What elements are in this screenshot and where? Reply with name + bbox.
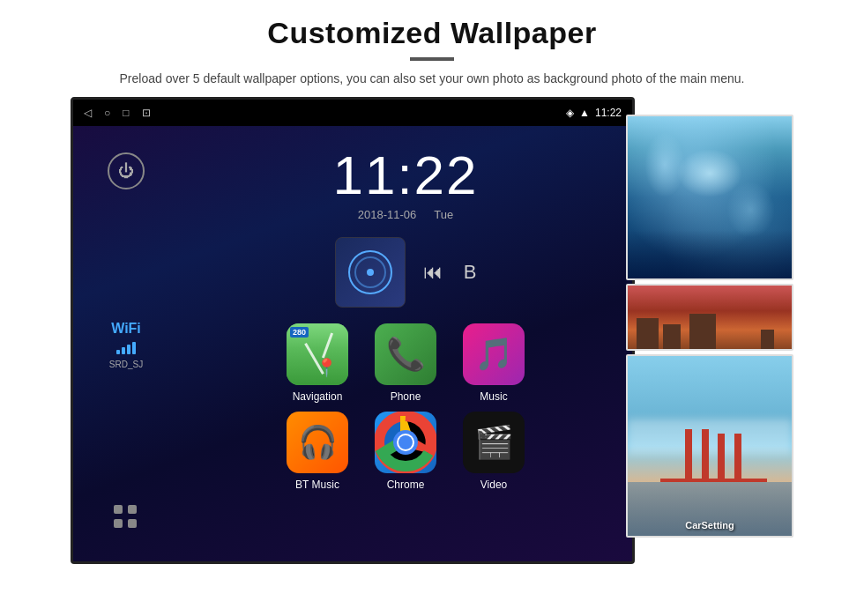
- phone-label: Phone: [391, 390, 421, 403]
- widget-area: ⏮ B: [335, 237, 477, 308]
- status-bar: ◁ ○ □ ⊡ ◈ ▲ 11:22: [73, 100, 632, 126]
- golden-gate-preview: CarSetting: [626, 354, 793, 538]
- date-right: Tue: [434, 208, 453, 221]
- radio-signal-icon: [348, 250, 392, 294]
- screens-container: ◁ ○ □ ⊡ ◈ ▲ 11:22 ⏻ WiFi: [71, 97, 793, 564]
- navigation-label: Navigation: [293, 390, 343, 403]
- signal-bar-4: [132, 342, 136, 354]
- wifi-ssid: SRD_SJ: [109, 360, 143, 369]
- location-icon: ◈: [566, 107, 574, 119]
- bridge-tower-left: [685, 429, 692, 482]
- app-item-music[interactable]: 🎵 Music: [454, 323, 533, 403]
- nav-buttons: ◁ ○ □ ⊡: [84, 107, 151, 119]
- title-divider: [410, 57, 454, 61]
- back-icon[interactable]: ◁: [84, 107, 92, 119]
- wifi-widget: WiFi SRD_SJ: [109, 321, 143, 369]
- red-wallpaper-preview: [626, 284, 793, 351]
- wifi-bars: [116, 342, 136, 354]
- clock-time: 11:22: [332, 144, 478, 206]
- power-button[interactable]: ⏻: [108, 152, 145, 189]
- apps-grid-icon[interactable]: [108, 500, 144, 535]
- bt-music-label: BT Music: [295, 479, 339, 491]
- clock-status: 11:22: [595, 107, 622, 119]
- ice-cave-preview: [626, 115, 793, 280]
- navigation-icon: 280 📍: [287, 323, 348, 385]
- date-left: 2018-11-06: [358, 208, 417, 221]
- android-screen: ◁ ○ □ ⊡ ◈ ▲ 11:22 ⏻ WiFi: [71, 97, 635, 564]
- building-4: [761, 330, 774, 349]
- prev-track-icon[interactable]: ⏮: [423, 261, 443, 284]
- chrome-icon: [375, 412, 436, 473]
- music-icon: 🎵: [463, 323, 525, 385]
- carsetting-label: CarSetting: [628, 520, 792, 531]
- clock-section: 11:22 2018-11-06 Tue: [332, 126, 478, 230]
- wallpaper-previews: CarSetting: [626, 115, 793, 538]
- signal-bar-2: [122, 347, 125, 354]
- bridge-tower-right: [702, 429, 709, 482]
- app-item-navigation[interactable]: 280 📍 Navigation: [278, 323, 357, 403]
- status-icons: ◈ ▲ 11:22: [566, 107, 622, 119]
- phone-icon: 📞: [375, 323, 436, 385]
- bridge-tower-far-right: [734, 434, 741, 482]
- main-content: ⏻ WiFi SRD_SJ: [73, 126, 632, 561]
- fog-layer: [628, 419, 792, 455]
- chrome-label: Chrome: [387, 479, 425, 491]
- screenshot-icon[interactable]: ⊡: [142, 107, 151, 119]
- page-title: Customized Wallpaper: [71, 16, 793, 50]
- app-item-chrome[interactable]: Chrome: [366, 412, 445, 491]
- home-icon[interactable]: ○: [104, 107, 110, 119]
- dot-4: [128, 519, 137, 528]
- clock-date: 2018-11-06 Tue: [332, 208, 478, 221]
- bridge-tower-far-left: [718, 434, 725, 482]
- app-item-bt-music[interactable]: 🎧 BT Music: [278, 412, 357, 491]
- bt-music-icon: 🎧: [287, 412, 348, 473]
- dot-3: [114, 519, 123, 528]
- sidebar: ⏻ WiFi SRD_SJ: [73, 126, 179, 561]
- building-2: [663, 324, 681, 349]
- signal-bar-3: [127, 345, 130, 354]
- media-controls: ⏮ B: [423, 261, 477, 284]
- music-label: Music: [480, 390, 507, 403]
- ice-shadow: [628, 230, 792, 278]
- dot-2: [128, 505, 137, 514]
- next-track-icon[interactable]: B: [464, 261, 477, 284]
- app-item-video[interactable]: 🎬 Video: [454, 412, 533, 491]
- dot-1: [114, 505, 123, 514]
- chrome-svg: [375, 412, 436, 473]
- svg-point-4: [398, 435, 413, 449]
- video-icon: 🎬: [463, 412, 525, 473]
- wifi-label: WiFi: [111, 321, 141, 337]
- page-wrapper: Customized Wallpaper Preload over 5 defa…: [0, 0, 864, 564]
- map-badge: 280: [290, 327, 309, 338]
- app-item-phone[interactable]: 📞 Phone: [366, 323, 445, 403]
- page-subtitle: Preload over 5 default wallpaper options…: [71, 70, 793, 88]
- page-header: Customized Wallpaper Preload over 5 defa…: [0, 0, 864, 97]
- building-3: [689, 314, 716, 349]
- signal-bar-1: [116, 350, 120, 354]
- ice-glow-1: [644, 132, 686, 197]
- video-label: Video: [480, 479, 507, 491]
- recents-icon[interactable]: □: [123, 107, 129, 119]
- radio-widget[interactable]: [335, 237, 406, 308]
- signal-dot: [367, 269, 374, 276]
- app-grid: 280 📍 Navigation 📞 Phone: [269, 315, 542, 500]
- signal-icon: ▲: [579, 107, 590, 119]
- center-content: 11:22 2018-11-06 Tue: [179, 126, 632, 561]
- building-1: [637, 318, 659, 349]
